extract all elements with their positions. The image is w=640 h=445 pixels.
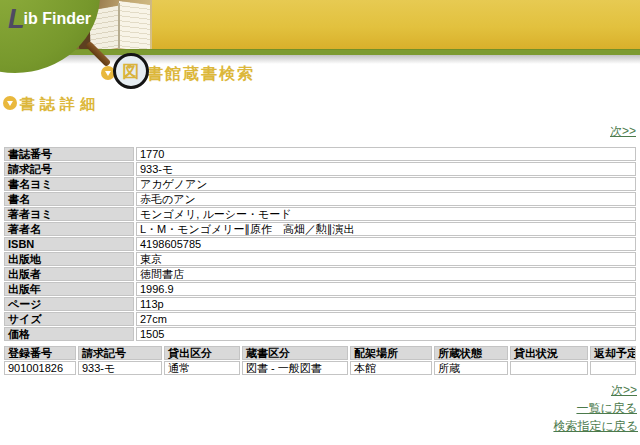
field-value: モンゴメリ, ルーシー・モード (136, 207, 636, 221)
field-label: 書名 (4, 192, 134, 206)
next-link-bottom[interactable]: 次>> (611, 382, 637, 399)
field-label: サイズ (4, 312, 134, 326)
table-row: 書誌番号1770 (4, 147, 636, 161)
table-row: 価格1505 (4, 327, 636, 341)
field-value: L・M・モンゴメリー∥原作 高畑／勲∥演出 (136, 222, 636, 236)
field-value: アカゲノアン (136, 177, 636, 191)
holdings-table: 登録番号 請求記号 貸出区分 蔵書区分 配架場所 所蔵状態 貸出状況 返却予定 … (2, 345, 638, 376)
column-header: 登録番号 (4, 346, 76, 360)
page-title: 書誌詳細 (20, 95, 100, 114)
table-row: 請求記号933-モ (4, 162, 636, 176)
field-label: 出版年 (4, 282, 134, 296)
cell-registration-no: 901001826 (4, 361, 76, 375)
table-row: 出版地東京 (4, 252, 636, 266)
bib-detail-table: 書誌番号1770 請求記号933-モ 書名ヨミアカゲノアン 書名赤毛のアン 著者… (2, 146, 638, 342)
field-label: 著者名 (4, 222, 134, 236)
table-row: 著者ヨミモンゴメリ, ルーシー・モード (4, 207, 636, 221)
down-arrow-icon (3, 96, 17, 110)
field-label: 出版者 (4, 267, 134, 281)
table-row: サイズ27cm (4, 312, 636, 326)
table-row: 書名ヨミアカゲノアン (4, 177, 636, 191)
magnifier-lens: 図 (113, 53, 149, 89)
column-header: 配架場所 (350, 346, 432, 360)
cell-call-number: 933-モ (78, 361, 162, 375)
table-row: 出版者徳間書店 (4, 267, 636, 281)
table-row: 901001826 933-モ 通常 図書 - 一般図書 本館 所蔵 (4, 361, 636, 375)
table-row: 出版年1996.9 (4, 282, 636, 296)
column-header: 請求記号 (78, 346, 162, 360)
back-to-search-link[interactable]: 検索指定に戻る (553, 418, 638, 435)
field-label: 価格 (4, 327, 134, 341)
field-value: 113p (136, 297, 636, 311)
column-header: 所蔵状態 (434, 346, 508, 360)
libfinder-logo[interactable]: Lib Finder (8, 4, 91, 35)
field-value: 27cm (136, 312, 636, 326)
magnifier-search-icon: 図 (86, 38, 148, 90)
cell-return-due (590, 361, 636, 375)
cell-loan-status (510, 361, 588, 375)
field-label: 書誌番号 (4, 147, 134, 161)
logo-letter-l: L (8, 4, 23, 34)
field-value: 赤毛のアン (136, 192, 636, 206)
table-row: ページ113p (4, 297, 636, 311)
next-link-top[interactable]: 次>> (610, 123, 636, 140)
field-label: 請求記号 (4, 162, 134, 176)
field-value: 933-モ (136, 162, 636, 176)
table-row: 書名赤毛のアン (4, 192, 636, 206)
cell-location: 本館 (350, 361, 432, 375)
magnifier-handle (85, 41, 111, 67)
cell-loan-type: 通常 (164, 361, 240, 375)
column-header: 貸出区分 (164, 346, 240, 360)
field-value: 1505 (136, 327, 636, 341)
table-row: 著者名L・M・モンゴメリー∥原作 高畑／勲∥演出 (4, 222, 636, 236)
magnifier-kanji: 図 (123, 63, 140, 80)
page: Lib Finder 図 書館蔵書検索 書誌詳細 次>> 書誌番号1770 請求… (0, 0, 640, 445)
down-arrow-glyph (7, 101, 13, 106)
header-row: 登録番号 請求記号 貸出区分 蔵書区分 配架場所 所蔵状態 貸出状況 返却予定 (4, 346, 636, 360)
column-header: 貸出状況 (510, 346, 588, 360)
field-value: 4198605785 (136, 237, 636, 251)
table-row: ISBN4198605785 (4, 237, 636, 251)
cell-holding-status: 所蔵 (434, 361, 508, 375)
cell-collection-type: 図書 - 一般図書 (242, 361, 348, 375)
field-label: 出版地 (4, 252, 134, 266)
field-label: 書名ヨミ (4, 177, 134, 191)
logo-wordmark: ib Finder (24, 10, 92, 27)
field-label: ページ (4, 297, 134, 311)
field-value: 1996.9 (136, 282, 636, 296)
field-value: 東京 (136, 252, 636, 266)
field-label: ISBN (4, 237, 134, 251)
back-to-list-link[interactable]: 一覧に戻る (576, 400, 637, 417)
column-header: 蔵書区分 (242, 346, 348, 360)
field-value: 1770 (136, 147, 636, 161)
site-title: 書館蔵書検索 (147, 64, 255, 85)
field-value: 徳間書店 (136, 267, 636, 281)
column-header: 返却予定 (590, 346, 636, 360)
field-label: 著者ヨミ (4, 207, 134, 221)
